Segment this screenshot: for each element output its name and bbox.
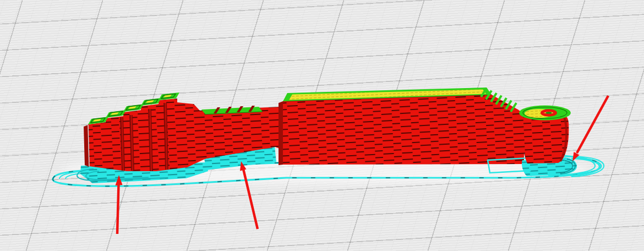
sliced-model-scene	[0, 0, 644, 251]
annotation-arrow-3	[572, 96, 608, 161]
model-round-boss[interactable]	[519, 106, 571, 164]
slicer-3d-viewport[interactable]	[0, 0, 644, 251]
annotation-arrow-1	[116, 175, 123, 234]
model-main-block[interactable]	[279, 88, 524, 165]
model-left-block[interactable]	[84, 92, 206, 171]
